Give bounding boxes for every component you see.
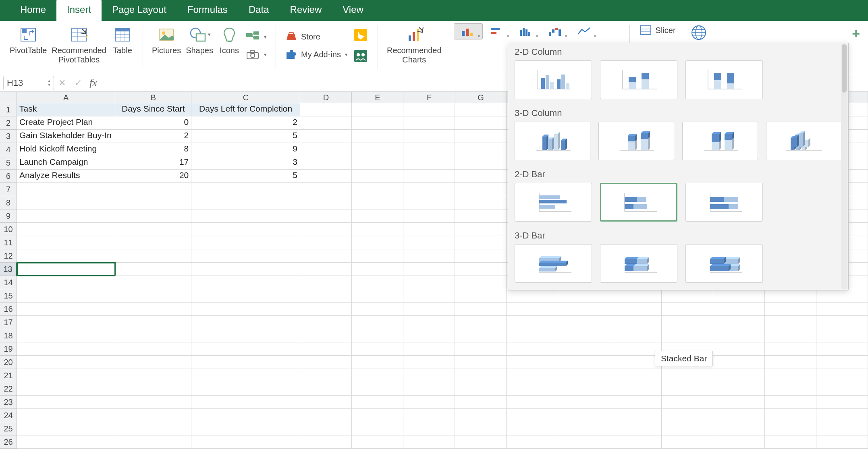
cell-D26[interactable] [300,435,352,449]
smartart-button[interactable]: ▾ [243,30,269,44]
cell-I20[interactable] [558,356,610,369]
cell-E18[interactable] [352,329,403,342]
cell-J17[interactable] [610,316,662,329]
cell-F4[interactable] [403,143,455,156]
cell-C9[interactable] [191,209,300,223]
cell-B13[interactable] [115,263,191,276]
cell-L23[interactable] [713,396,765,409]
cell-K15[interactable] [662,289,713,303]
cell-I25[interactable] [558,422,610,435]
cell-D4[interactable] [300,143,352,156]
cell-G19[interactable] [455,342,507,356]
cell-L18[interactable] [713,329,765,342]
cell-F7[interactable] [403,183,455,196]
cell-G7[interactable] [455,183,507,196]
cell-C26[interactable] [191,435,300,449]
cell-F23[interactable] [403,396,455,409]
cell-G5[interactable] [455,156,507,170]
cell-M23[interactable] [765,396,816,409]
cell-G9[interactable] [455,209,507,223]
cell-E6[interactable] [352,170,403,183]
cell-L19[interactable] [713,342,765,356]
chart-option-3d-stacked-bar[interactable] [600,244,677,283]
cell-H21[interactable] [507,369,558,382]
cell-H24[interactable] [507,409,558,422]
cell-D22[interactable] [300,382,352,396]
chart-option-clustered-column[interactable] [515,60,592,99]
cell-A10[interactable] [17,223,115,236]
pivot-table-button[interactable]: PivotTable [7,23,49,57]
shapes-button[interactable]: ▾ Shapes [183,23,216,57]
cell-F9[interactable] [403,209,455,223]
cell-A16[interactable] [17,303,115,316]
cell-A23[interactable] [17,396,115,409]
cell-F12[interactable] [403,249,455,263]
col-header-B[interactable]: B [115,92,191,103]
ribbon-tab-page-layout[interactable]: Page Layout [102,0,177,21]
cell-A2[interactable]: Create Project Plan [17,116,115,130]
row-header-25[interactable]: 25 [0,422,17,435]
cell-C19[interactable] [191,342,300,356]
cell-G8[interactable] [455,196,507,209]
histogram-dropdown[interactable]: ▾ [512,23,541,39]
cell-M22[interactable] [765,382,816,396]
cell-J18[interactable] [610,329,662,342]
cell-F10[interactable] [403,223,455,236]
people-graph-button[interactable] [350,48,371,64]
cell-F14[interactable] [403,276,455,289]
cell-D25[interactable] [300,422,352,435]
cell-C22[interactable] [191,382,300,396]
cell-I16[interactable] [558,303,610,316]
cell-A7[interactable] [17,183,115,196]
cell-D10[interactable] [300,223,352,236]
cell-G2[interactable] [455,116,507,130]
cell-H16[interactable] [507,303,558,316]
cell-J15[interactable] [610,289,662,303]
cell-C23[interactable] [191,396,300,409]
row-header-6[interactable]: 6 [0,170,17,183]
name-box[interactable]: H13 ▴▾ [3,76,54,90]
pictures-button[interactable]: Pictures [150,23,183,57]
cell-C15[interactable] [191,289,300,303]
hyperlink-button[interactable] [688,23,710,42]
chart-option-3d-100-stacked-bar[interactable] [685,244,763,283]
cell-L15[interactable] [713,289,765,303]
cell-E1[interactable] [352,103,403,116]
cell-C18[interactable] [191,329,300,342]
cell-K17[interactable] [662,316,713,329]
col-header-C[interactable]: C [191,92,300,103]
cell-N23[interactable] [816,396,868,409]
cell-E16[interactable] [352,303,403,316]
cell-K18[interactable] [662,329,713,342]
row-header-5[interactable]: 5 [0,156,17,170]
cell-M18[interactable] [765,329,816,342]
gallery-scrollbar[interactable] [841,44,847,289]
row-header-16[interactable]: 16 [0,303,17,316]
cell-F6[interactable] [403,170,455,183]
cell-H26[interactable] [507,435,558,449]
cell-K16[interactable] [662,303,713,316]
cancel-formula-button[interactable]: ✕ [54,78,70,88]
bing-maps-button[interactable] [350,27,371,44]
store-button[interactable]: Store [282,30,350,44]
cell-I17[interactable] [558,316,610,329]
cell-C8[interactable] [191,196,300,209]
chart-option-3d-clustered-column[interactable] [515,122,590,160]
cell-D13[interactable] [300,263,352,276]
cell-A1[interactable]: Task [17,103,115,116]
cell-A9[interactable] [17,209,115,223]
cell-D5[interactable] [300,156,352,170]
cell-H18[interactable] [507,329,558,342]
cell-D3[interactable] [300,130,352,143]
cell-J19[interactable] [610,342,662,356]
cell-J26[interactable] [610,435,662,449]
cell-N26[interactable] [816,435,868,449]
cell-C25[interactable] [191,422,300,435]
row-header-4[interactable]: 4 [0,143,17,156]
cell-M15[interactable] [765,289,816,303]
cell-B3[interactable]: 2 [115,130,191,143]
cell-A21[interactable] [17,369,115,382]
my-addins-button[interactable]: My Add-ins ▾ [282,48,350,61]
cell-A22[interactable] [17,382,115,396]
ribbon-tab-home[interactable]: Home [10,0,56,21]
